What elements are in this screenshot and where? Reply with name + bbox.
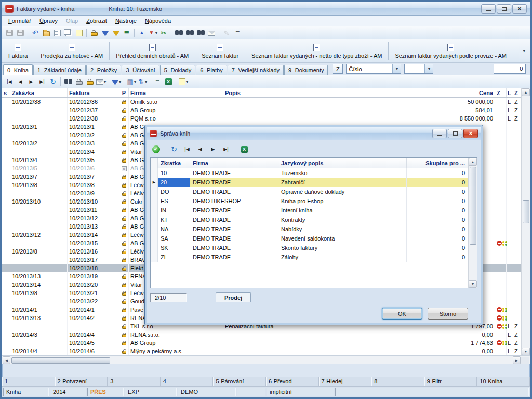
sort-asc-icon[interactable]: ▲ [137, 28, 147, 38]
fkey-f4[interactable]: 4- [161, 377, 214, 386]
scroll-down-icon[interactable] [469, 280, 477, 288]
invoice-row[interactable]: 10/2012/3810/2012/36Omilk s.r.o50 000,00… [2, 98, 521, 106]
invoice-row[interactable]: 10/2014/5AB Group1 774,63LZ [2, 339, 521, 347]
lock-icon[interactable] [74, 76, 84, 87]
column-header-p[interactable]: P [119, 88, 129, 97]
menu-item-upravy[interactable]: Úpravy [35, 16, 62, 25]
first-record-icon[interactable]: |◀ [181, 143, 193, 155]
dialog-maximize-button[interactable] [448, 129, 462, 138]
dialog-minimize-button[interactable] [432, 129, 447, 138]
chevron-down-icon[interactable] [392, 64, 401, 73]
find-related-icon[interactable] [195, 28, 206, 38]
menu-icon[interactable]: ≡ [232, 28, 243, 38]
menu-item-nastroje[interactable]: Nástroje [111, 16, 141, 25]
tab-kniha[interactable]: 0 - Kniha [3, 64, 33, 75]
paste-icon[interactable] [74, 28, 84, 38]
horizontal-scrollbar[interactable] [2, 356, 530, 364]
dialog-vertical-scrollbar[interactable] [468, 158, 477, 288]
menu-item-olap[interactable]: Olap [62, 16, 82, 25]
column-header-z[interactable]: Z [495, 88, 507, 97]
fkey-f6[interactable]: 6-Převod [266, 377, 319, 386]
menu-item-formular[interactable]: Formulář [4, 16, 35, 25]
report-button-seznam-faktur[interactable]: Seznam faktur [197, 40, 243, 62]
send-icon[interactable]: ▾ [96, 76, 107, 87]
dialog-column-header-popis[interactable]: Jazykový popis [278, 158, 407, 168]
scrollbar-thumb[interactable] [523, 200, 529, 223]
fkey-f8[interactable]: 8- [371, 377, 424, 386]
dialog-column-header-firma[interactable]: Firma [190, 158, 278, 168]
tab-dokumenty[interactable]: 9 - Dokumenty [284, 65, 328, 75]
fkey-f3[interactable]: 3- [108, 377, 161, 386]
excel-icon[interactable]: X [238, 143, 250, 155]
find-next-icon[interactable] [184, 28, 195, 38]
scroll-left-icon[interactable] [3, 356, 10, 364]
scroll-up-icon[interactable] [469, 158, 477, 166]
tab-uctovani[interactable]: 3 - Účtování [122, 65, 159, 75]
next-record-icon[interactable]: ▶ [26, 76, 36, 87]
count-box[interactable]: 0 [494, 64, 526, 74]
fkey-f10[interactable]: 10-Kniha [477, 377, 530, 386]
lock-icon[interactable] [89, 28, 99, 38]
book-row[interactable]: INDEMO TRADEInterní kniha0 [151, 206, 468, 215]
scroll-up-icon[interactable] [522, 88, 530, 96]
last-record-icon[interactable]: ▶| [220, 143, 232, 155]
tab-polozky[interactable]: 2 - Položky [86, 65, 121, 75]
scissors-icon[interactable]: ✂ [158, 28, 169, 38]
filter-icon[interactable] [100, 28, 110, 38]
invoice-row[interactable]: 10/2014/310/2014/4RENA s.r.o.0,00LZ [2, 330, 521, 339]
tab-vedlejsi-naklady[interactable]: 7 - Vedlejší náklady [228, 65, 284, 75]
scrollbar-thumb[interactable] [470, 167, 476, 245]
column-header-z2[interactable]: Z [513, 88, 521, 97]
sort-icon[interactable]: ⇅▾ [137, 76, 148, 87]
search-field-combo[interactable]: Číslo [346, 64, 401, 74]
cancel-button[interactable]: Storno [428, 308, 468, 320]
scroll-down-icon[interactable] [522, 348, 530, 355]
previous-record-icon[interactable]: ◀ [194, 143, 206, 155]
book-row[interactable]: ZLDEMO TRADEZálohy0 [151, 252, 468, 262]
find-icon[interactable] [174, 28, 184, 38]
invoice-row[interactable]: 10/2014/410/2014/6Mlýny a pekárny a.s.0,… [2, 347, 521, 355]
list-icon[interactable]: ≡ [152, 76, 163, 87]
book-row[interactable]: 10DEMO TRADETuzemsko0 [151, 168, 468, 178]
toolbar-overflow-icon[interactable]: ▾ [520, 48, 528, 54]
column-header-firma[interactable]: Firma [129, 88, 223, 97]
fkey-f7[interactable]: 7-Hledej [319, 377, 372, 386]
undo-icon[interactable]: ↶ [30, 28, 41, 38]
tab-zakladni-udaje[interactable]: 1 - Základní údaje [33, 65, 86, 75]
refresh-icon[interactable]: ↻ [48, 76, 58, 87]
book-row[interactable]: NADEMO TRADENabídky0 [151, 224, 468, 234]
unlock-icon[interactable] [85, 76, 95, 87]
z-button[interactable]: Z [332, 64, 343, 74]
menu-item-zobrazit[interactable]: Zobrazit [82, 16, 111, 25]
notes-icon[interactable]: ▾ [178, 76, 189, 87]
menu-item-napoveda[interactable]: Nápověda [141, 16, 175, 25]
dialog-column-header-skupina[interactable]: Skupina pro ... [407, 158, 468, 168]
app-icon[interactable] [5, 5, 14, 13]
column-header-l[interactable]: L [507, 88, 513, 97]
report-button-seznam-provize[interactable]: Seznam faktur vydaných podle provize - A… [391, 40, 511, 62]
first-record-icon[interactable]: |◀ [4, 76, 15, 87]
tab-doklady[interactable]: 5 - Doklady [160, 65, 196, 75]
next-record-icon[interactable]: ▶ [207, 143, 219, 155]
column-header-s[interactable]: s [2, 88, 10, 97]
chevron-down-icon[interactable] [424, 64, 433, 73]
fkey-f1[interactable]: 1- [2, 377, 55, 386]
close-button[interactable] [512, 4, 527, 14]
scroll-right-icon[interactable] [513, 356, 521, 364]
report-button-prodejka[interactable]: Prodejka za hotové - AM [36, 40, 107, 62]
column-header-zakazka[interactable]: Zakázka [10, 88, 68, 97]
invoice-row[interactable]: 10/2012/38PQM s.r.o8 550 000,00LZ [2, 114, 521, 123]
layers-icon[interactable]: ≣ [122, 28, 132, 38]
column-header-cena[interactable]: Cena [441, 88, 495, 97]
ok-button[interactable]: OK [382, 308, 422, 320]
fkey-f9[interactable]: 9-Filtr [424, 377, 477, 386]
column-header-popis[interactable]: Popis [223, 88, 441, 97]
sort-desc-icon[interactable]: ▼▾ [148, 28, 158, 38]
invoice-row[interactable]: 10/2012/37AB Group584,01LZ [2, 106, 521, 114]
book-row[interactable]: 20DEMO TRADEZahraničí0 [151, 178, 468, 187]
mail-icon[interactable] [206, 28, 217, 38]
columns-icon[interactable]: ▦▾ [126, 76, 137, 87]
refresh-icon[interactable]: ↻ [168, 143, 180, 155]
maximize-button[interactable] [497, 4, 511, 14]
dialog-close-button[interactable] [463, 129, 478, 138]
